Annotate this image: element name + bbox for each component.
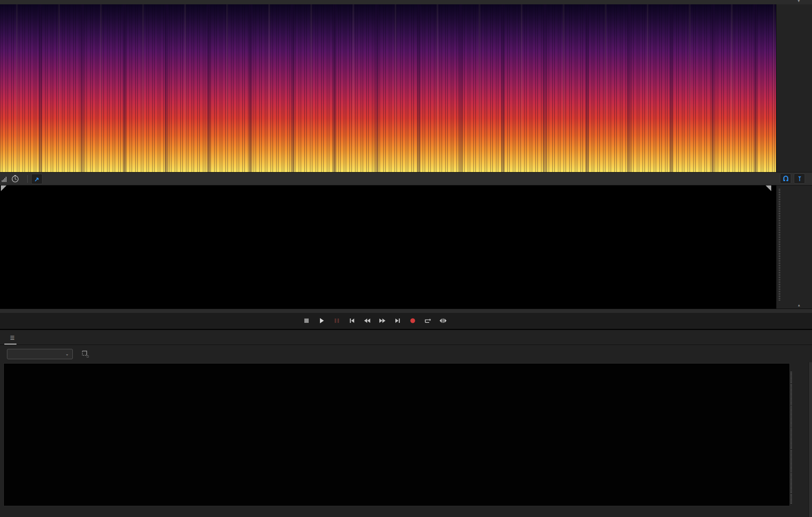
skip-end-icon — [394, 317, 401, 324]
analysis-tabs: ☰ — [0, 331, 812, 345]
waveform-view[interactable] — [0, 185, 776, 309]
panel-scrollbar[interactable] — [809, 362, 812, 517]
skip-to-start-button[interactable] — [346, 315, 358, 326]
fast-forward-button[interactable] — [377, 315, 388, 326]
tab-frequency-analysis[interactable]: ☰ — [4, 332, 16, 345]
transport-buttons — [301, 315, 449, 326]
analysis-controls: ⌄ — [0, 345, 812, 362]
stop-button[interactable] — [301, 315, 312, 326]
tab-menu-icon[interactable]: ☰ — [10, 335, 15, 341]
copy-frame-icon — [82, 350, 89, 358]
skip-start-icon — [349, 317, 355, 324]
waveform-row: ▲ — [0, 185, 812, 309]
rewind-icon — [363, 317, 371, 324]
skip-to-end-button[interactable] — [392, 315, 403, 326]
marker-pin-icon — [796, 176, 803, 182]
skip-selection-icon — [439, 317, 447, 324]
frequency-plot[interactable] — [3, 363, 790, 506]
loop-playback-button[interactable] — [422, 315, 434, 326]
loop-icon — [424, 317, 432, 324]
amplitude-db-scale[interactable]: ▲ — [776, 185, 812, 309]
stop-icon — [303, 317, 310, 324]
marker-pin-button[interactable] — [794, 173, 805, 184]
panel-menu-icon[interactable]: ▼ — [797, 0, 801, 3]
skip-selection-button[interactable] — [437, 315, 449, 326]
magnet-snap-button[interactable] — [780, 173, 791, 184]
transport-bar — [0, 313, 812, 330]
selection-handle-right[interactable] — [766, 185, 771, 191]
frequency-analysis-panel: ☰ ⌄ — [0, 331, 812, 517]
spectrogram-view[interactable] — [0, 4, 776, 172]
fast-forward-icon — [378, 317, 386, 324]
timeline-ticks[interactable] — [0, 172, 812, 185]
ruler-right-controls — [780, 173, 805, 184]
db-axis — [790, 362, 809, 505]
record-icon — [409, 317, 416, 324]
magnet-icon — [783, 176, 789, 182]
record-button[interactable] — [407, 315, 418, 326]
pause-icon — [333, 317, 340, 324]
db-axis-minor-ticks — [790, 372, 792, 504]
rewind-button[interactable] — [362, 315, 373, 326]
frequency-axis — [0, 505, 790, 517]
play-icon — [318, 317, 325, 324]
timeline-ruler-bar[interactable] — [0, 172, 812, 185]
spectral-display-row — [0, 4, 812, 172]
tab-amplitude-statistics[interactable] — [29, 338, 33, 345]
chevron-down-icon: ⌄ — [65, 351, 69, 356]
audition-waveform-editor: ▼ — [0, 0, 812, 517]
scale-dropdown[interactable]: ⌄ — [7, 349, 73, 359]
scroll-up-arrow[interactable]: ▲ — [797, 303, 801, 307]
pause-button — [331, 315, 342, 326]
copy-frame-button[interactable] — [81, 349, 90, 359]
selection-handle-left[interactable] — [1, 185, 7, 191]
db-minor-ticks — [779, 189, 780, 301]
frequency-graph-area — [0, 362, 812, 517]
play-button[interactable] — [316, 315, 327, 326]
spectral-frequency-scale[interactable] — [776, 4, 812, 172]
